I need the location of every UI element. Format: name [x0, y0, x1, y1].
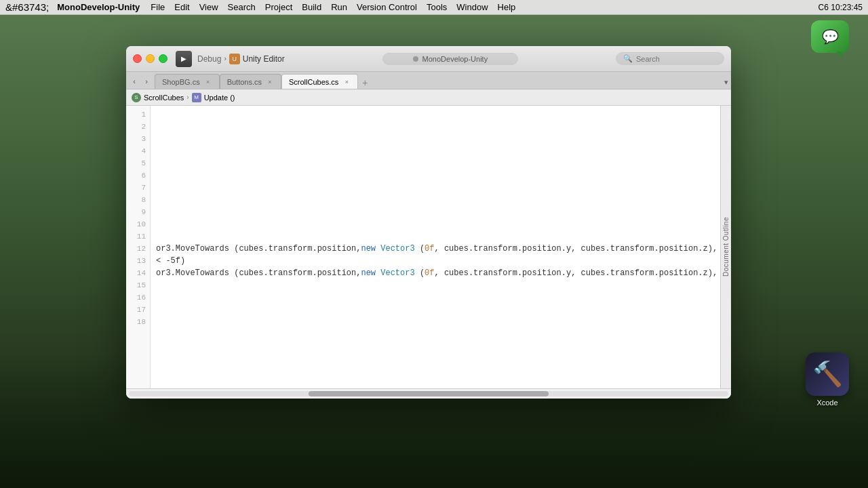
- tab-buttons-label: Buttons.cs: [227, 78, 262, 86]
- tab-scrollcubes-label: ScrollCubes.cs: [289, 78, 338, 86]
- line-num-5: 5: [126, 157, 150, 169]
- menu-build[interactable]: Build: [302, 2, 321, 12]
- breadcrumb-separator-1: ›: [224, 55, 226, 62]
- fullscreen-button[interactable]: [159, 54, 167, 63]
- run-button[interactable]: [176, 51, 192, 67]
- app-name[interactable]: MonoDevelop-Unity: [57, 2, 140, 12]
- apple-menu[interactable]: &#63743;: [5, 1, 49, 13]
- class-icon: S: [132, 93, 141, 102]
- menu-edit[interactable]: Edit: [174, 2, 189, 12]
- line-num-8: 8: [126, 194, 150, 206]
- close-button[interactable]: [133, 54, 142, 63]
- line-num-14: 14: [126, 267, 150, 279]
- add-tab-button[interactable]: +: [359, 78, 370, 89]
- chat-icon-area[interactable]: 💬: [811, 20, 849, 58]
- line-num-13: 13: [126, 255, 150, 267]
- menu-search[interactable]: Search: [228, 2, 256, 12]
- document-outline-label: Document Outline: [722, 217, 730, 277]
- xcode-label: Xcode: [816, 399, 837, 407]
- traffic-lights: [133, 54, 167, 63]
- menu-tools[interactable]: Tools: [427, 2, 447, 12]
- line-num-2: 2: [126, 121, 150, 133]
- code-13-content: < -5f): [156, 255, 185, 267]
- menu-project[interactable]: Project: [265, 2, 292, 12]
- menu-run[interactable]: Run: [331, 2, 347, 12]
- process-dot: [413, 56, 418, 62]
- line-num-15: 15: [126, 279, 150, 291]
- code-line-5: [156, 157, 715, 169]
- line-num-3: 3: [126, 133, 150, 145]
- document-outline-panel[interactable]: Document Outline: [720, 106, 731, 388]
- xcode-icon-image: 🔨: [806, 352, 849, 396]
- titlebar-breadcrumb: Debug › U Unity Editor: [197, 54, 285, 64]
- scrollbar-thumb[interactable]: [309, 391, 549, 396]
- code-line-18: [156, 316, 715, 328]
- minimize-button[interactable]: [146, 54, 155, 63]
- line-num-11: 11: [126, 230, 150, 243]
- menu-window[interactable]: Window: [456, 2, 488, 12]
- xcode-app-icon[interactable]: 🔨 Xcode: [806, 352, 849, 407]
- chat-bubble-icon: 💬: [811, 20, 849, 53]
- code-line-12: or3.MoveTowards (cubes.transform.positio…: [156, 243, 715, 255]
- method-icon: M: [192, 93, 201, 102]
- menu-file[interactable]: File: [151, 2, 165, 12]
- code-14-new: new: [361, 267, 376, 279]
- nav-arrows: ‹ ›: [129, 76, 152, 89]
- menubar: &#63743; MonoDevelop-Unity File Edit Vie…: [0, 0, 868, 15]
- code-line-7: [156, 182, 715, 194]
- process-pill: MonoDevelop-Unity: [382, 53, 518, 65]
- tab-bar: ‹ › ShopBG.cs × Buttons.cs × ScrollCubes…: [126, 72, 731, 89]
- menu-version-control[interactable]: Version Control: [357, 2, 417, 12]
- nav-back-button[interactable]: ‹: [129, 76, 140, 87]
- tab-shopbg-close[interactable]: ×: [204, 78, 212, 86]
- search-icon: 🔍: [623, 54, 633, 63]
- code-line-13: < -5f): [156, 255, 715, 267]
- code-line-11: [156, 230, 715, 243]
- title-bar: Debug › U Unity Editor MonoDevelop-Unity…: [126, 46, 731, 72]
- title-center: MonoDevelop-Unity: [290, 53, 610, 65]
- code-12-0f: 0f: [425, 243, 434, 255]
- scrollbar-track[interactable]: [129, 391, 728, 396]
- tab-scroll-button[interactable]: ▾: [724, 78, 728, 89]
- code-12-args1: (: [415, 243, 425, 255]
- line-num-7: 7: [126, 182, 150, 194]
- code-line-1: [156, 108, 715, 121]
- menu-help[interactable]: Help: [498, 2, 516, 12]
- code-line-6: [156, 169, 715, 182]
- code-line-4: [156, 145, 715, 157]
- search-box[interactable]: 🔍: [616, 52, 724, 65]
- editor-container: 1 2 3 4 5 6 7 8 9 10 11 12 13 14 15 16 1…: [126, 106, 731, 388]
- tab-shopbg[interactable]: ShopBG.cs ×: [155, 74, 220, 89]
- breadcrumb-class: ScrollCubes: [144, 94, 184, 102]
- code-14-0f: 0f: [425, 267, 434, 279]
- menu-view[interactable]: View: [199, 2, 218, 12]
- code-line-15: [156, 279, 715, 291]
- line-num-12: 12: [126, 243, 150, 255]
- horizontal-scrollbar[interactable]: [126, 388, 731, 399]
- tab-buttons[interactable]: Buttons.cs ×: [220, 74, 281, 89]
- code-editor[interactable]: or3.MoveTowards (cubes.transform.positio…: [151, 106, 720, 388]
- breadcrumb-bar: S ScrollCubes › M Update (): [126, 89, 731, 106]
- code-14-args1: (: [415, 267, 425, 279]
- line-num-16: 16: [126, 291, 150, 304]
- nav-forward-button[interactable]: ›: [141, 76, 152, 87]
- code-line-17: [156, 304, 715, 316]
- code-line-2: [156, 121, 715, 133]
- tab-scrollcubes-close[interactable]: ×: [342, 78, 351, 86]
- line-num-17: 17: [126, 304, 150, 316]
- code-line-10: [156, 218, 715, 230]
- code-line-3: [156, 133, 715, 145]
- code-line-8: [156, 194, 715, 206]
- line-num-18: 18: [126, 316, 150, 328]
- tab-buttons-close[interactable]: ×: [266, 78, 274, 86]
- line-num-6: 6: [126, 169, 150, 182]
- app-window: Debug › U Unity Editor MonoDevelop-Unity…: [126, 46, 731, 399]
- code-12-new: new: [361, 243, 376, 255]
- search-input[interactable]: [636, 55, 704, 63]
- chat-symbol: 💬: [822, 28, 839, 45]
- unity-editor-label: Unity Editor: [243, 54, 285, 64]
- process-label: MonoDevelop-Unity: [422, 55, 488, 63]
- code-line-9: [156, 206, 715, 218]
- code-14-vector3: Vector3: [380, 267, 414, 279]
- tab-scrollcubes[interactable]: ScrollCubes.cs ×: [281, 74, 358, 89]
